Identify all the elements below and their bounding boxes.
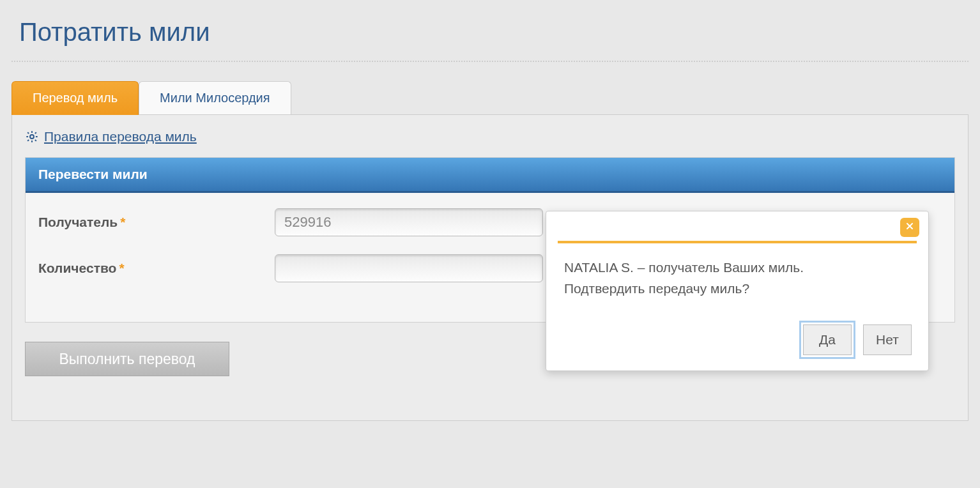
- close-icon: [905, 221, 915, 234]
- tab-transfer-miles[interactable]: Перевод миль: [11, 81, 139, 115]
- rules-link[interactable]: Правила перевода миль: [44, 129, 197, 144]
- required-mark: *: [120, 215, 125, 229]
- dialog-line-2: Подтвердить передачу миль?: [564, 278, 910, 300]
- svg-point-0: [30, 135, 34, 139]
- recipient-label: Получатель*: [38, 215, 275, 230]
- amount-label: Количество*: [38, 261, 275, 276]
- amount-label-text: Количество: [38, 261, 116, 275]
- dialog-no-button[interactable]: Нет: [863, 324, 912, 355]
- rules-link-row: Правила перевода миль: [12, 129, 968, 157]
- tab-charity-miles[interactable]: Мили Милосердия: [139, 81, 291, 114]
- submit-transfer-button[interactable]: Выполнить перевод: [25, 342, 229, 376]
- required-mark: *: [119, 261, 124, 275]
- dialog-actions: Да Нет: [558, 324, 917, 355]
- amount-input[interactable]: [275, 254, 543, 282]
- dialog-message: NATALIA S. – получатель Ваших миль. Подт…: [558, 257, 917, 299]
- divider: [11, 61, 969, 62]
- recipient-input[interactable]: [275, 208, 543, 236]
- page-title: Потратить мили: [0, 0, 980, 61]
- dialog-line-1: NATALIA S. – получатель Ваших миль.: [564, 257, 910, 278]
- tabs: Перевод миль Мили Милосердия: [11, 81, 969, 114]
- dialog-accent-rule: [558, 241, 917, 243]
- dialog-yes-button[interactable]: Да: [803, 324, 852, 355]
- form-header: Перевести мили: [26, 158, 954, 193]
- dialog-close-button[interactable]: [900, 218, 919, 237]
- recipient-label-text: Получатель: [38, 215, 118, 229]
- gear-icon: [25, 130, 39, 144]
- confirm-dialog: NATALIA S. – получатель Ваших миль. Подт…: [546, 211, 929, 371]
